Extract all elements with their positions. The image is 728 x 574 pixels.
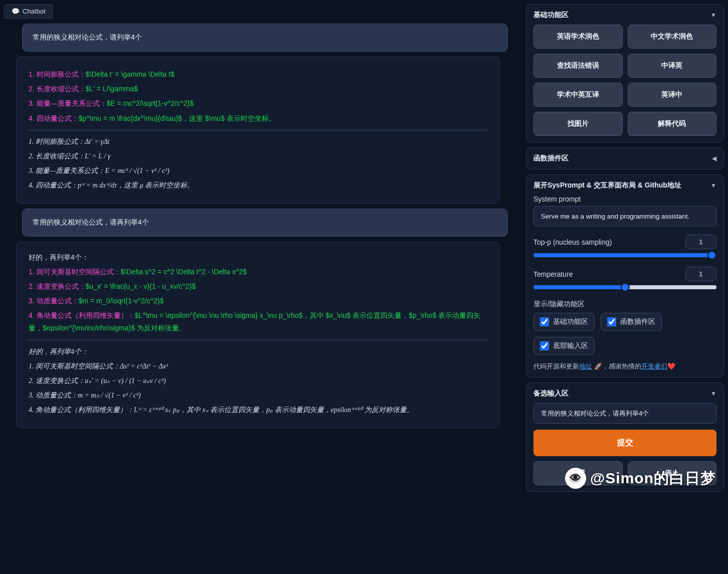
control-column: 基础功能区 ▼ 英语学术润色 中文学术润色 查找语法错误 中译英 学术中英互译 … xyxy=(526,4,724,570)
chat-column: 💬 Chatbot 常用的狭义相对论公式，请列举4个 1. 时间膨胀公式：$\D… xyxy=(4,4,520,570)
bot2-r2: 3. 动质量公式：m = m₀ / √(1 − v² / c²) xyxy=(29,389,487,402)
topp-slider[interactable] xyxy=(533,253,716,257)
topp-label: Top-p (nucleus sampling) xyxy=(533,238,612,246)
footer-note: 代码开源和更新地址 🚀，感谢热情的开发者们❤️ xyxy=(533,362,716,371)
bot1-source-list: 1. 时间膨胀公式：$\Delta t' = \gamma \Delta t$ … xyxy=(29,68,487,125)
bot1-src1-latex: $L' = L/\gamma$ xyxy=(86,85,138,93)
tab-bar: 💬 Chatbot xyxy=(4,4,520,19)
bot1-r0: 1. 时间膨胀公式：Δt′ = γΔt xyxy=(29,135,487,148)
chk-plugins[interactable]: 函数插件区 xyxy=(601,313,662,331)
btn-grammar[interactable]: 查找语法错误 xyxy=(533,54,623,78)
bot1-render-list: 1. 时间膨胀公式：Δt′ = γΔt 2. 长度收缩公式：L′ = L / γ… xyxy=(29,135,487,192)
chevron-down-icon: ▼ xyxy=(710,12,716,19)
bot1-src3-label: 4. 四动量公式： xyxy=(29,114,79,122)
bot1-src3-latex: $p^\mu = m \frac{dx^\mu}{d\tau}$，这里 $\mu… xyxy=(79,114,276,122)
btn-zh-polish[interactable]: 中文学术润色 xyxy=(628,25,717,49)
chat-icon: 💬 xyxy=(12,8,20,15)
chk-basic-label: 基础功能区 xyxy=(553,317,588,326)
bot1-src0-label: 1. 时间膨胀公式： xyxy=(29,70,86,78)
btn-en-polish[interactable]: 英语学术润色 xyxy=(533,25,623,49)
chk-basic[interactable]: 基础功能区 xyxy=(533,313,595,331)
panel-input: 备选输入区 ▼ 提交 重置 停止 xyxy=(526,382,724,492)
bot2-render-list: 1. 闵可夫斯基时空间隔公式：Δs² = c²Δt² − Δx² 2. 速度变换… xyxy=(29,360,487,417)
divider xyxy=(29,130,487,130)
footer-pre: 代码开源和更新 xyxy=(533,362,579,370)
repo-link[interactable]: 地址 xyxy=(579,362,592,370)
temperature-label: Temperature xyxy=(533,270,573,278)
visibility-label: 显示/隐藏功能区 xyxy=(533,300,716,309)
panel-input-header[interactable]: 备选输入区 ▼ xyxy=(533,389,716,398)
chk-plugins-box[interactable] xyxy=(607,317,616,326)
alt-input[interactable] xyxy=(533,403,716,424)
bot2-intro: 好的，再列举4个： xyxy=(29,251,487,264)
bot2-r3: 4. 角动量公式（利用四维矢量）：Lᵘ = εᵘᵛᵖᵟ xᵥ pᵨ，其中 xᵥ … xyxy=(29,404,487,416)
bot2-src0-label: 1. 闵可夫斯基时空间隔公式： xyxy=(29,268,121,276)
panel-sysprompt-title: 展开SysPrompt & 交互界面布局 & Github地址 xyxy=(533,181,681,190)
bot2-r1: 2. 速度变换公式：uₓ′ = (uₓ − v) / (1 − uₓv / c²… xyxy=(29,374,487,387)
system-prompt-label: System prompt xyxy=(533,195,716,203)
panel-basic-header[interactable]: 基础功能区 ▼ xyxy=(533,11,716,20)
user-message-1: 常用的狭义相对论公式，请列举4个 xyxy=(22,24,508,52)
btn-explain-code[interactable]: 解释代码 xyxy=(628,112,717,136)
bot2-src2-latex: $m = m_0/\sqrt{1-v^2/c^2}$ xyxy=(79,297,164,305)
chk-plugins-label: 函数插件区 xyxy=(620,317,655,326)
bot1-src2-label: 3. 能量—质量关系公式： xyxy=(29,99,107,107)
btn-academic-tr[interactable]: 学术中英互译 xyxy=(533,83,623,107)
chevron-down-icon: ▼ xyxy=(710,390,716,397)
bot2-src1-label: 2. 速度变换公式： xyxy=(29,282,86,290)
chevron-left-icon: ◀ xyxy=(712,155,716,162)
bot1-src2-latex: $E = mc^2/\sqrt{1-v^2/c^2}$ xyxy=(107,99,194,107)
bot2-src0-latex: $\Delta s^2 = c^2 \Delta t^2 - \Delta x^… xyxy=(121,268,247,276)
bot2-r0: 1. 闵可夫斯基时空间隔公式：Δs² = c²Δt² − Δx² xyxy=(29,360,487,372)
stop-button[interactable]: 停止 xyxy=(628,461,717,485)
user-message-2: 常用的狭义相对论公式，请再列举4个 xyxy=(22,209,508,237)
btn-en2zh[interactable]: 英译中 xyxy=(628,83,717,107)
chk-bottom-box[interactable] xyxy=(540,341,549,350)
bot-message-1: 1. 时间膨胀公式：$\Delta t' = \gamma \Delta t$ … xyxy=(16,57,500,204)
panel-basic: 基础功能区 ▼ 英语学术润色 中文学术润色 查找语法错误 中译英 学术中英互译 … xyxy=(526,4,724,142)
temperature-value-input[interactable] xyxy=(685,267,716,281)
bot2-src3-label: 4. 角动量公式（利用四维矢量）： xyxy=(29,311,135,319)
divider xyxy=(29,340,487,340)
footer-mid: 🚀，感谢热情的 xyxy=(592,362,641,370)
bot2-render-intro: 好的，再列举4个： xyxy=(29,345,487,358)
panel-plugins: 函数插件区 ◀ xyxy=(526,147,724,169)
bot1-r1: 2. 长度收缩公式：L′ = L / γ xyxy=(29,150,487,162)
panel-input-title: 备选输入区 xyxy=(533,389,569,398)
topp-value-input[interactable] xyxy=(685,235,716,249)
bot1-r3: 4. 四动量公式：pᵘ = m dxᵘ/dτ，这里 μ 表示时空坐标。 xyxy=(29,179,487,192)
basic-button-grid: 英语学术润色 中文学术润色 查找语法错误 中译英 学术中英互译 英译中 找图片 … xyxy=(533,25,716,136)
tab-chatbot-label: Chatbot xyxy=(23,8,46,15)
reset-button[interactable]: 重置 xyxy=(533,461,623,485)
btn-find-image[interactable]: 找图片 xyxy=(533,112,623,136)
bot2-src2-label: 3. 动质量公式： xyxy=(29,297,79,305)
panel-plugins-header[interactable]: 函数插件区 ◀ xyxy=(533,154,716,163)
submit-button[interactable]: 提交 xyxy=(533,430,716,456)
devs-link[interactable]: 开发者们 xyxy=(641,362,667,370)
bot-message-2: 好的，再列举4个： 1. 闵可夫斯基时空间隔公式：$\Delta s^2 = c… xyxy=(16,242,500,428)
chk-bottom-label: 底部输入区 xyxy=(553,341,588,350)
panel-plugins-title: 函数插件区 xyxy=(533,154,569,163)
bot1-src1-label: 2. 长度收缩公式： xyxy=(29,85,86,93)
chevron-down-icon: ▼ xyxy=(710,182,716,189)
btn-zh2en[interactable]: 中译英 xyxy=(628,54,717,78)
visibility-checkboxes: 基础功能区 函数插件区 底部输入区 xyxy=(533,313,716,355)
bot1-r2: 3. 能量—质量关系公式：E = mc² / √(1 − v² / c²) xyxy=(29,164,487,177)
bot1-src0-latex: $\Delta t' = \gamma \Delta t$ xyxy=(86,70,174,78)
chk-bottom[interactable]: 底部输入区 xyxy=(533,337,595,355)
bot2-source-list: 1. 闵可夫斯基时空间隔公式：$\Delta s^2 = c^2 \Delta … xyxy=(29,266,487,335)
user-message-1-text: 常用的狭义相对论公式，请列举4个 xyxy=(33,33,142,41)
panel-basic-title: 基础功能区 xyxy=(533,11,569,20)
bot2-src1-latex: $u_x' = \frac{u_x - v}{1 - u_xv/c^2}$ xyxy=(86,282,196,290)
panel-sysprompt: 展开SysPrompt & 交互界面布局 & Github地址 ▼ System… xyxy=(526,174,724,377)
system-prompt-input[interactable] xyxy=(533,206,716,227)
tab-chatbot[interactable]: 💬 Chatbot xyxy=(4,4,53,19)
user-message-2-text: 常用的狭义相对论公式，请再列举4个 xyxy=(33,218,149,226)
chk-basic-box[interactable] xyxy=(540,317,549,326)
temperature-slider[interactable] xyxy=(533,285,716,289)
heart-icon: ❤️ xyxy=(667,362,675,370)
panel-sysprompt-header[interactable]: 展开SysPrompt & 交互界面布局 & Github地址 ▼ xyxy=(533,181,716,190)
